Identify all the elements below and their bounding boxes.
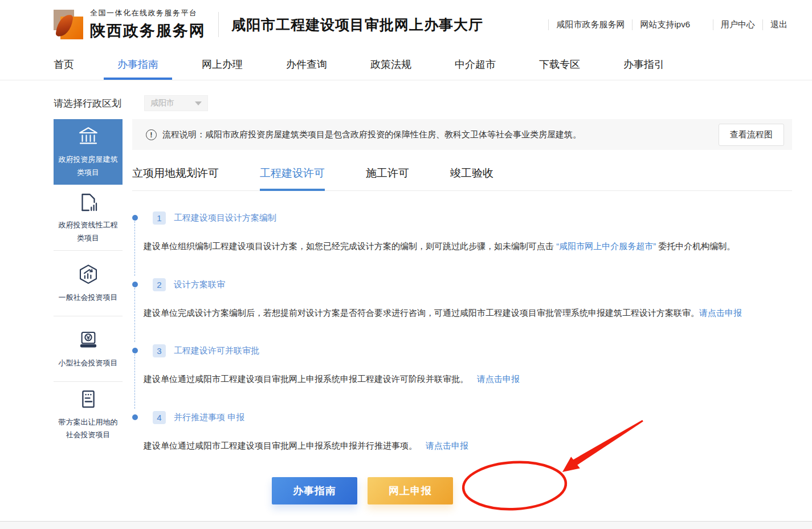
sidebar-item-label: 带方案出让用地的社会投资项目 [57,416,119,441]
document-plan-icon [76,388,100,412]
step-number-badge: 1 [153,211,166,225]
step-description: 建设单位通过咸阳市工程建设项目审批网上申报系统申报并行推进事项。 请点击申报 [144,440,792,453]
step-4: 4 并行推进事项 申报 建设单位通过咸阳市工程建设项目审批网上申报系统申报并行推… [132,411,792,453]
site-logo-icon [54,9,84,40]
sidebar-item-gov-linear[interactable]: 政府投资线性工程类项目 [54,185,123,250]
step-description: 建设单位通过咸阳市工程建设项目审批网上申报系统申报工程建设许可阶段并联审批。 请… [144,373,792,386]
step-title: 工程建设项目设计方案编制 [174,213,276,223]
action-buttons: 办事指南 网上申报 [132,477,792,504]
footer [0,521,812,529]
link-ipv6-support[interactable]: 网站支持ipv6 [632,19,713,30]
nav-item-home[interactable]: 首页 [54,49,74,80]
nav-item-intermediary[interactable]: 中介超市 [455,49,496,80]
header: 全国一体化在线政务服务平台 陕西政务服务网 咸阳市工程建设项目审批网上办事大厅 … [0,0,812,49]
service-guide-button[interactable]: 办事指南 [272,477,357,504]
sidebar-item-plan-land-social[interactable]: 带方案出让用地的社会投资项目 [54,381,123,447]
view-flowchart-button[interactable]: 查看流程图 [719,124,784,146]
platform-name: 全国一体化在线政务服务平台 [90,8,206,18]
main-area: 政府投资房屋建筑类项目 政府投资线性工程类项目 一般社 [0,113,812,504]
nav-item-downloads[interactable]: 下载专区 [539,49,580,80]
step-number-badge: 3 [153,344,166,357]
sidebar: 政府投资房屋建筑类项目 政府投资线性工程类项目 一般社 [54,119,123,504]
step-title: 并行推进事项 申报 [174,412,244,423]
sidebar-item-small-social[interactable]: 小型社会投资项目 [54,316,123,381]
folder-chart-icon [76,190,100,214]
sidebar-item-label: 政府投资房屋建筑类项目 [57,153,119,178]
online-apply-button[interactable]: 网上申报 [368,477,453,504]
step-description: 建设单位完成设计方案编制后，若想提前对设计方案是否符合要求进行咨询，可通过咸阳市… [144,307,792,320]
laptop-coin-icon [76,328,100,352]
hexagon-chart-icon [76,263,100,287]
apply-link[interactable]: 请点击申报 [477,374,520,384]
step-3: 3 工程建设许可并联审批 建设单位通过咸阳市工程建设项目审批网上申报系统申报工程… [132,344,792,386]
step-number-badge: 4 [153,411,166,424]
step-list: 1 工程建设项目设计方案编制 建设单位组织编制工程建设项目设计方案，如您已经完成… [132,211,792,452]
nav-item-directions[interactable]: 办事指引 [623,49,664,80]
link-logout[interactable]: 退出 [762,19,795,30]
sidebar-item-label: 小型社会投资项目 [59,357,118,369]
region-select[interactable]: 咸阳市 [144,95,208,111]
nav-item-guide[interactable]: 办事指南 [117,49,158,80]
sidebar-item-label: 政府投资线性工程类项目 [57,219,119,244]
timeline-dot-icon [132,215,138,221]
header-links: 咸阳市政务服务网 网站支持ipv6 用户中心 退出 [548,19,795,30]
region-selected-value: 咸阳市 [150,98,174,108]
content-panel: ! 流程说明：咸阳市政府投资房屋建筑类项目是包含政府投资的保障性住房、教科文卫体… [132,119,792,504]
notice-text: 流程说明：咸阳市政府投资房屋建筑类项目是包含政府投资的保障性住房、教科文卫体等社… [162,129,719,140]
step-desc-text: 建设单位完成设计方案编制后，若想提前对设计方案是否符合要求进行咨询，可通过咸阳市… [144,308,699,318]
timeline-dot-icon [132,348,138,353]
region-label: 请选择行政区划 [54,97,121,110]
bank-icon [76,125,100,149]
nav-item-case-query[interactable]: 办件查询 [286,49,327,80]
chevron-down-icon [195,101,202,105]
step-desc-text: 建设单位组织编制工程建设项目设计方案，如您已经完成设计方案的编制，则可跳过此步骤… [144,241,556,251]
tab-project-land-permit[interactable]: 立项用地规划许可 [132,166,219,190]
timeline-dot-icon [132,282,138,287]
site-name: 陕西政务服务网 [90,21,206,41]
sidebar-item-general-social[interactable]: 一般社会投资项目 [54,250,123,316]
main-nav: 首页 办事指南 网上办理 办件查询 政策法规 中介超市 下载专区 办事指引 [0,49,812,80]
nav-item-policy[interactable]: 政策法规 [370,49,411,80]
notice-bar: ! 流程说明：咸阳市政府投资房屋建筑类项目是包含政府投资的保障性住房、教科文卫体… [132,119,792,150]
region-row: 请选择行政区划 咸阳市 [0,80,812,113]
step-1: 1 工程建设项目设计方案编制 建设单位组织编制工程建设项目设计方案，如您已经完成… [132,211,792,253]
step-title: 设计方案联审 [174,279,225,290]
step-description: 建设单位组织编制工程建设项目设计方案，如您已经完成设计方案的编制，则可跳过此步骤… [144,240,792,253]
stage-tabs: 立项用地规划许可 工程建设许可 施工许可 竣工验收 [132,166,792,191]
sidebar-item-gov-housing[interactable]: 政府投资房屋建筑类项目 [54,119,123,185]
timeline-dot-icon [132,414,138,420]
sidebar-item-label: 一般社会投资项目 [59,291,118,304]
tab-work-permit[interactable]: 施工许可 [366,166,409,190]
tab-completion-acceptance[interactable]: 竣工验收 [450,166,493,190]
apply-link[interactable]: 请点击申报 [426,441,468,450]
step-desc-text: 委托中介机构编制。 [656,241,735,251]
step-desc-text: 建设单位通过咸阳市工程建设项目审批网上申报系统申报工程建设许可阶段并联审批。 [144,374,477,384]
step-2: 2 设计方案联审 建设单位完成设计方案编制后，若想提前对设计方案是否符合要求进行… [132,278,792,320]
apply-link[interactable]: 请点击申报 [699,308,742,318]
step-desc-text: 建设单位通过咸阳市工程建设项目审批网上申报系统申报并行推进事项。 [144,441,426,450]
step-number-badge: 2 [153,278,166,291]
logo-text: 全国一体化在线政务服务平台 陕西政务服务网 [90,8,206,41]
intermediary-market-link[interactable]: “咸阳市网上中介服务超市” [556,241,656,251]
nav-item-online-handling[interactable]: 网上办理 [202,49,243,80]
header-divider [218,12,219,37]
tab-construction-permit[interactable]: 工程建设许可 [260,166,325,190]
step-title: 工程建设许可并联审批 [174,345,259,356]
info-circle-icon: ! [146,129,157,140]
page-title: 咸阳市工程建设项目审批网上办事大厅 [231,15,483,34]
link-xianyang-portal[interactable]: 咸阳市政务服务网 [548,19,632,30]
link-user-center[interactable]: 用户中心 [713,19,762,30]
